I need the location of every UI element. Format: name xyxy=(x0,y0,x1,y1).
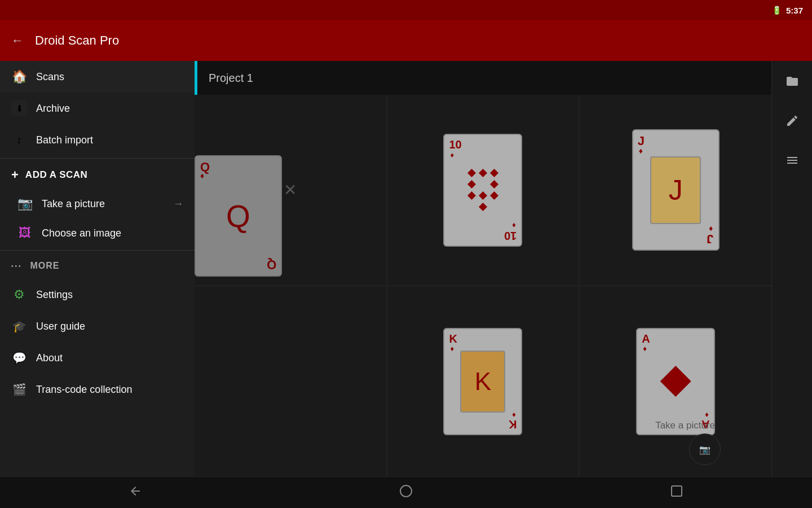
close-icon[interactable]: ✕ xyxy=(284,181,297,199)
sidebar-about-label: About xyxy=(36,352,63,364)
battery-icon: 🔋 xyxy=(772,6,782,15)
card-jack-diamonds: J ♦ J ♦ J xyxy=(632,129,720,251)
nav-back-button[interactable] xyxy=(106,480,165,506)
svg-rect-1 xyxy=(672,486,682,496)
main-layout: 🏠 Scans ⬇ Archive ↕ Batch import + ADD A… xyxy=(0,61,812,476)
sidebar-item-archive[interactable]: ⬇ Archive xyxy=(0,93,195,124)
divider-1 xyxy=(0,158,195,159)
sidebar-item-choose-image[interactable]: 🖼 Choose an image xyxy=(0,218,195,248)
fab-camera-button[interactable]: 📷 xyxy=(689,433,721,465)
scan-cell-empty[interactable]: ✕ Q ♦ Q Q xyxy=(195,95,386,285)
scan-cell-kd[interactable]: K ♦ K ♦ K xyxy=(387,286,579,476)
card-king-diamonds: K ♦ K ♦ K xyxy=(443,328,522,435)
app-title: Droid Scan Pro xyxy=(35,33,119,48)
sidebar-userguide-label: User guide xyxy=(36,321,85,332)
transcode-icon: 🎬 xyxy=(11,382,27,397)
batch-icon: ↕ xyxy=(11,132,27,148)
toolbar-folder-button[interactable] xyxy=(781,70,804,96)
more-label: MORE xyxy=(30,261,60,271)
camera-icon: 📷 xyxy=(17,196,33,212)
sidebar-archive-label: Archive xyxy=(36,103,70,115)
scan-cell-row2-col1[interactable] xyxy=(195,286,386,476)
sidebar-transcode-label: Trans-code collection xyxy=(36,384,132,396)
card-ace-diamonds: A ♦ ♦ A xyxy=(636,328,715,435)
userguide-icon: 🎓 xyxy=(11,318,27,334)
scan-cell-jd[interactable]: J ♦ J ♦ J xyxy=(580,95,771,285)
scan-cell-ad[interactable]: A ♦ ♦ A xyxy=(580,286,771,476)
time-display: 5:37 xyxy=(786,6,803,15)
sidebar-item-about[interactable]: 💬 About xyxy=(0,342,195,374)
home-icon: 🏠 xyxy=(11,69,27,85)
sidebar-batch-label: Batch import xyxy=(36,134,93,146)
sidebar-item-transcode[interactable]: 🎬 Trans-code collection xyxy=(0,374,195,405)
about-icon: 💬 xyxy=(11,350,27,366)
sidebar-item-user-guide[interactable]: 🎓 User guide xyxy=(0,310,195,342)
app-bar: ← Droid Scan Pro xyxy=(0,20,812,61)
settings-icon: ⚙ xyxy=(11,287,27,303)
scan-cell-10d[interactable]: 10 ♦ xyxy=(387,95,579,285)
back-button[interactable]: ← xyxy=(11,33,24,48)
arrow-icon: → xyxy=(173,198,183,210)
content-area: Project 1 ✕ Q ♦ Q Q xyxy=(195,61,771,476)
nav-recent-button[interactable] xyxy=(647,480,706,506)
card-10-diamonds: 10 ♦ xyxy=(443,134,522,247)
sidebar-item-batch-import[interactable]: ↕ Batch import xyxy=(0,124,195,156)
divider-2 xyxy=(0,250,195,251)
archive-icon: ⬇ xyxy=(11,100,27,116)
plus-icon: + xyxy=(11,168,19,182)
more-dots-icon: ••• xyxy=(11,263,23,269)
toolbar-edit-button[interactable] xyxy=(781,110,804,135)
take-picture-label: Take a picture xyxy=(42,198,105,210)
sidebar-scans-label: Scans xyxy=(36,71,64,83)
sidebar-item-scans[interactable]: 🏠 Scans xyxy=(0,61,195,93)
add-scan-header: + ADD A SCAN xyxy=(0,161,195,189)
project-title: Project 1 xyxy=(209,72,253,85)
right-toolbar xyxy=(771,61,812,476)
sidebar-item-settings[interactable]: ⚙ Settings xyxy=(0,279,195,310)
choose-image-label: Choose an image xyxy=(42,227,121,239)
more-header: ••• MORE xyxy=(0,253,195,279)
nav-home-button[interactable] xyxy=(377,480,435,506)
take-picture-prompt: Take a picture xyxy=(655,420,715,431)
bottom-nav xyxy=(0,476,812,508)
project-header: Project 1 xyxy=(195,61,771,95)
fab-camera-icon: 📷 xyxy=(699,444,710,455)
gallery-icon: 🖼 xyxy=(17,225,33,241)
toolbar-list-button[interactable] xyxy=(781,149,804,175)
sidebar: 🏠 Scans ⬇ Archive ↕ Batch import + ADD A… xyxy=(0,61,195,476)
card-popup-queen: Q ♦ Q Q xyxy=(195,155,290,285)
scans-grid: ✕ Q ♦ Q Q 10 xyxy=(195,95,771,476)
add-scan-label: ADD A SCAN xyxy=(25,169,87,181)
sidebar-settings-label: Settings xyxy=(36,289,73,301)
svg-point-0 xyxy=(400,485,412,497)
sidebar-item-take-picture[interactable]: 📷 Take a picture → xyxy=(0,189,195,218)
status-bar: 🔋 5:37 xyxy=(0,0,812,20)
